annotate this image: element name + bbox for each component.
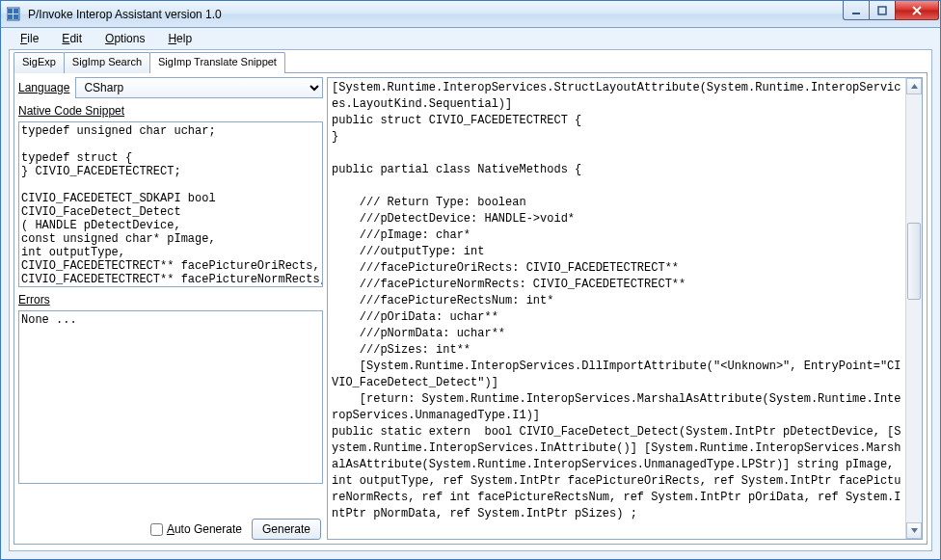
minimize-button[interactable] [843, 1, 870, 20]
tabstrip: SigExp SigImp Search SigImp Translate Sn… [13, 52, 928, 73]
native-code-textarea[interactable]: typedef unsigned char uchar; typedef str… [18, 121, 323, 287]
menu-file[interactable]: File [11, 30, 48, 47]
svg-rect-6 [878, 7, 886, 14]
menu-edit[interactable]: Edit [52, 30, 92, 47]
tab-body: Language CSharp Native Code Snippet type… [13, 72, 928, 545]
language-label: Language [18, 81, 69, 94]
generate-button[interactable]: Generate [252, 519, 321, 540]
tab-sigimp-search[interactable]: SigImp Search [64, 52, 150, 73]
tab-sigimp-translate[interactable]: SigImp Translate Snippet [149, 52, 285, 73]
scroll-up-button[interactable] [906, 78, 922, 94]
app-window: P/Invoke Interop Assistant version 1.0 F… [0, 0, 941, 560]
auto-generate-checkbox[interactable]: Auto Generate [150, 522, 242, 536]
window-buttons [843, 1, 939, 20]
left-pane: Language CSharp Native Code Snippet type… [18, 77, 323, 540]
scroll-down-button[interactable] [906, 522, 922, 539]
output-textarea[interactable]: [System.Runtime.InteropServices.StructLa… [328, 78, 905, 539]
tab-sigexp[interactable]: SigExp [13, 52, 65, 73]
svg-rect-3 [13, 14, 18, 19]
errors-label: Errors [18, 293, 323, 307]
menu-help[interactable]: Help [158, 30, 202, 47]
menu-options[interactable]: Options [95, 30, 154, 47]
svg-rect-1 [13, 9, 18, 13]
output-pane: [System.Runtime.InteropServices.StructLa… [327, 77, 923, 540]
menubar: File Edit Options Help [1, 28, 940, 49]
scroll-track[interactable] [906, 94, 922, 522]
window-title: P/Invoke Interop Assistant version 1.0 [28, 8, 843, 21]
vertical-scrollbar[interactable] [905, 78, 922, 539]
language-select[interactable]: CSharp [75, 77, 323, 98]
maximize-button[interactable] [869, 1, 896, 20]
svg-rect-2 [8, 14, 13, 19]
svg-rect-5 [852, 13, 860, 14]
auto-generate-input[interactable] [150, 523, 163, 536]
app-icon [7, 7, 22, 22]
native-code-label: Native Code Snippet [18, 104, 323, 118]
close-button[interactable] [895, 1, 939, 20]
errors-textarea[interactable]: None ... [18, 310, 323, 484]
client-area: SigExp SigImp Search SigImp Translate Sn… [9, 49, 932, 551]
svg-rect-0 [8, 9, 13, 13]
titlebar[interactable]: P/Invoke Interop Assistant version 1.0 [1, 1, 940, 28]
scroll-thumb[interactable] [907, 223, 921, 300]
